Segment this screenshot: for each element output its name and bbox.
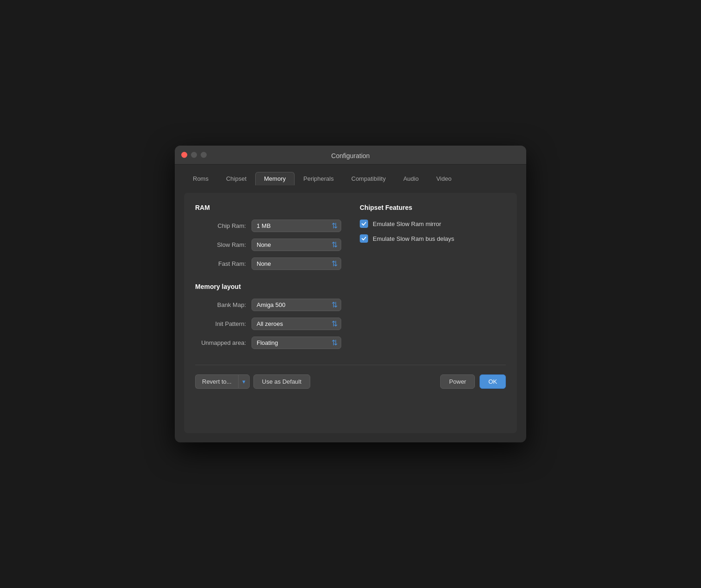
tab-bar: Roms Chipset Memory Peripherals Compatib… xyxy=(184,172,517,185)
init-pattern-select[interactable]: All zeroes All ones Random xyxy=(252,318,341,330)
chip-ram-row: Chip Ram: 512 KB 1 MB 2 MB ⇅ xyxy=(195,220,341,232)
slow-ram-select[interactable]: None 512 KB 1 MB xyxy=(252,239,341,251)
bank-map-wrapper: Amiga 500 Amiga 1000 Amiga 2000 ⇅ xyxy=(252,299,341,311)
unmapped-area-row: Unmapped area: Floating Zeroes Ones ⇅ xyxy=(195,337,341,349)
bank-map-label: Bank Map: xyxy=(195,301,246,308)
emulate-slow-mirror-checkbox[interactable] xyxy=(360,220,368,228)
window-title: Configuration xyxy=(331,152,369,159)
init-pattern-label: Init Pattern: xyxy=(195,320,246,327)
emulate-slow-bus-checkbox[interactable] xyxy=(360,234,368,243)
init-pattern-wrapper: All zeroes All ones Random ⇅ xyxy=(252,318,341,330)
bottom-right-buttons: Power OK xyxy=(440,374,506,389)
close-button[interactable] xyxy=(181,152,187,158)
tab-compatibility[interactable]: Compatibility xyxy=(343,172,394,185)
tab-peripherals[interactable]: Peripherals xyxy=(295,172,343,185)
fast-ram-wrapper: None 1 MB 2 MB 4 MB 8 MB ⇅ xyxy=(252,257,341,270)
fast-ram-label: Fast Ram: xyxy=(195,260,246,267)
main-window: Configuration Roms Chipset Memory Periph… xyxy=(175,146,526,442)
tab-roms[interactable]: Roms xyxy=(184,172,217,185)
revert-to-button[interactable]: Revert to... xyxy=(195,374,238,389)
bottom-left-buttons: Revert to... ▾ Use as Default xyxy=(195,374,310,389)
left-section: RAM Chip Ram: 512 KB 1 MB 2 MB ⇅ xyxy=(195,204,341,355)
chip-ram-wrapper: 512 KB 1 MB 2 MB ⇅ xyxy=(252,220,341,232)
bank-map-select[interactable]: Amiga 500 Amiga 1000 Amiga 2000 xyxy=(252,299,341,311)
emulate-slow-bus-label: Emulate Slow Ram bus delays xyxy=(373,235,454,242)
tab-chipset[interactable]: Chipset xyxy=(217,172,255,185)
memory-layout-section: Memory layout Bank Map: Amiga 500 Amiga … xyxy=(195,283,341,349)
bottom-bar: Revert to... ▾ Use as Default Power OK xyxy=(195,374,506,389)
tab-video[interactable]: Video xyxy=(427,172,460,185)
fast-ram-row: Fast Ram: None 1 MB 2 MB 4 MB 8 MB ⇅ xyxy=(195,257,341,270)
emulate-slow-bus-row: Emulate Slow Ram bus delays xyxy=(360,234,506,243)
fast-ram-select[interactable]: None 1 MB 2 MB 4 MB 8 MB xyxy=(252,257,341,270)
memory-layout-title: Memory layout xyxy=(195,283,341,290)
ok-button[interactable]: OK xyxy=(480,374,506,389)
slow-ram-row: Slow Ram: None 512 KB 1 MB ⇅ xyxy=(195,239,341,251)
emulate-slow-mirror-row: Emulate Slow Ram mirror xyxy=(360,220,506,228)
slow-ram-wrapper: None 512 KB 1 MB ⇅ xyxy=(252,239,341,251)
content-area: Roms Chipset Memory Peripherals Compatib… xyxy=(175,165,526,442)
right-section: Chipset Features Emulate Slow Ram mirror xyxy=(360,204,506,355)
chip-ram-label: Chip Ram: xyxy=(195,222,246,229)
power-button[interactable]: Power xyxy=(440,374,475,389)
ram-section-title: RAM xyxy=(195,204,341,211)
revert-button-group: Revert to... ▾ xyxy=(195,374,250,389)
tab-memory[interactable]: Memory xyxy=(255,172,295,185)
bank-map-row: Bank Map: Amiga 500 Amiga 1000 Amiga 200… xyxy=(195,299,341,311)
unmapped-area-wrapper: Floating Zeroes Ones ⇅ xyxy=(252,337,341,349)
main-panel: RAM Chip Ram: 512 KB 1 MB 2 MB ⇅ xyxy=(184,193,517,433)
bottom-divider xyxy=(195,365,506,365)
chipset-features-title: Chipset Features xyxy=(360,204,506,211)
emulate-slow-mirror-label: Emulate Slow Ram mirror xyxy=(373,220,441,227)
tab-audio[interactable]: Audio xyxy=(394,172,427,185)
maximize-button[interactable] xyxy=(201,152,207,158)
unmapped-area-select[interactable]: Floating Zeroes Ones xyxy=(252,337,341,349)
panel-content: RAM Chip Ram: 512 KB 1 MB 2 MB ⇅ xyxy=(195,204,506,355)
use-as-default-button[interactable]: Use as Default xyxy=(253,374,310,389)
traffic-lights xyxy=(181,152,207,158)
slow-ram-label: Slow Ram: xyxy=(195,241,246,248)
unmapped-area-label: Unmapped area: xyxy=(195,339,246,346)
minimize-button[interactable] xyxy=(191,152,197,158)
init-pattern-row: Init Pattern: All zeroes All ones Random… xyxy=(195,318,341,330)
revert-dropdown-arrow[interactable]: ▾ xyxy=(238,374,250,389)
title-bar: Configuration xyxy=(175,146,526,165)
chip-ram-select[interactable]: 512 KB 1 MB 2 MB xyxy=(252,220,341,232)
